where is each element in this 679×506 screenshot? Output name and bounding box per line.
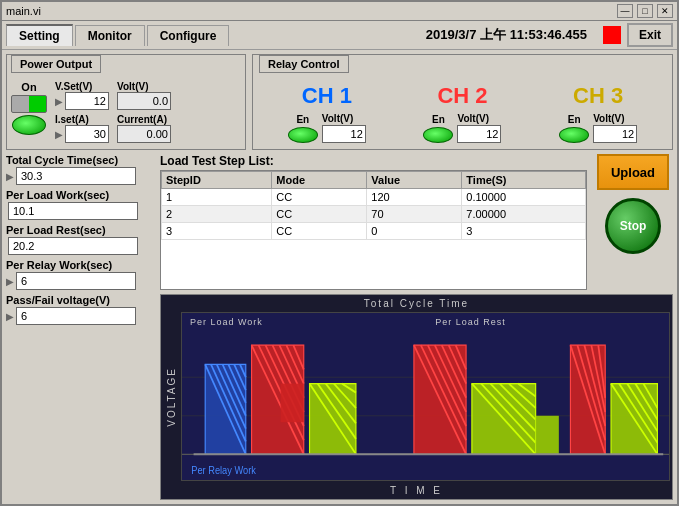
ch2-volt-label: Volt(V) bbox=[457, 113, 488, 124]
per-load-work-group: Per Load Work(sec) bbox=[6, 189, 154, 220]
iset-input[interactable] bbox=[65, 125, 109, 143]
ch3-volt-input[interactable] bbox=[593, 125, 637, 143]
stats-panel: Total Cycle Time(sec) ▶ Per Load Work(se… bbox=[6, 154, 154, 500]
vset-arrow: ▶ bbox=[55, 96, 63, 107]
col-stepid: StepID bbox=[162, 172, 272, 189]
ch-controls-row: En Volt(V) En Volt(V) bbox=[259, 113, 666, 143]
pass-fail-arrow: ▶ bbox=[6, 311, 14, 322]
ch3-volt-label: Volt(V) bbox=[593, 113, 624, 124]
iset-label: I.set(A) bbox=[55, 114, 109, 125]
maximize-button[interactable]: □ bbox=[637, 4, 653, 18]
per-relay-work-input[interactable] bbox=[16, 272, 136, 290]
total-cycle-input[interactable] bbox=[16, 167, 136, 185]
tab-setting[interactable]: Setting bbox=[6, 24, 73, 46]
power-output-panel: Power Output On V.Set(V) ▶ bbox=[6, 54, 246, 150]
on-label: On bbox=[21, 81, 36, 93]
load-test-table: StepID Mode Value Time(S) 1CC1200.100002… bbox=[161, 171, 586, 240]
pass-fail-input[interactable] bbox=[16, 307, 136, 325]
current-label: Current(A) bbox=[117, 114, 171, 125]
ch3-en-group: En bbox=[559, 114, 589, 143]
ch2-label: CH 2 bbox=[437, 83, 487, 109]
volt-display-group: Volt(V) bbox=[117, 81, 171, 110]
ch1-en-label: En bbox=[296, 114, 309, 125]
ch1-volt-label: Volt(V) bbox=[322, 113, 353, 124]
main-window: main.vi — □ ✕ Setting Monitor Configure … bbox=[0, 0, 679, 506]
ch3-volt-group: Volt(V) bbox=[593, 113, 637, 143]
per-load-rest-label: Per Load Rest(sec) bbox=[6, 224, 154, 236]
exit-button[interactable]: Exit bbox=[627, 23, 673, 47]
ch2-volt-input[interactable] bbox=[457, 125, 501, 143]
stop-indicator bbox=[603, 26, 621, 44]
tab-monitor[interactable]: Monitor bbox=[75, 25, 145, 46]
pass-fail-group: Pass/Fail voltage(V) ▶ bbox=[6, 294, 154, 325]
col-value: Value bbox=[367, 172, 462, 189]
minimize-button[interactable]: — bbox=[617, 4, 633, 18]
chart-svg: Per Relay Work bbox=[182, 313, 669, 480]
total-cycle-arrow: ▶ bbox=[6, 171, 14, 182]
iset-arrow: ▶ bbox=[55, 129, 63, 140]
vset-group: V.Set(V) ▶ bbox=[55, 81, 109, 110]
ch3-unit: En Volt(V) bbox=[559, 113, 637, 143]
per-load-work-label: Per Load Work(sec) bbox=[6, 189, 154, 201]
total-cycle-label: Total Cycle Time(sec) bbox=[6, 154, 154, 166]
vset-label: V.Set(V) bbox=[55, 81, 109, 92]
col-time: Time(S) bbox=[462, 172, 586, 189]
power-output-tab: Power Output bbox=[11, 55, 101, 73]
upload-button[interactable]: Upload bbox=[597, 154, 669, 190]
title-bar-controls: — □ ✕ bbox=[617, 4, 673, 18]
tab-configure[interactable]: Configure bbox=[147, 25, 230, 46]
chart-xlabel: T I M E bbox=[161, 483, 672, 499]
per-relay-work-arrow: ▶ bbox=[6, 276, 14, 287]
table-row: 3CC03 bbox=[162, 223, 586, 240]
chart-title: Total Cycle Time bbox=[161, 295, 672, 310]
svg-rect-22 bbox=[281, 384, 304, 423]
per-load-rest-group: Per Load Rest(sec) bbox=[6, 224, 154, 255]
ch1-en-group: En bbox=[288, 114, 318, 143]
total-cycle-input-row: ▶ bbox=[6, 167, 154, 185]
table-row: 1CC1200.10000 bbox=[162, 189, 586, 206]
chart-label-rest: Per Load Rest bbox=[435, 317, 506, 327]
ch1-unit: En Volt(V) bbox=[288, 113, 366, 143]
stop-button[interactable]: Stop bbox=[605, 198, 661, 254]
ch3-led[interactable] bbox=[559, 127, 589, 143]
vset-input[interactable] bbox=[65, 92, 109, 110]
ch1-volt-input[interactable] bbox=[322, 125, 366, 143]
load-test-title: Load Test Step List: bbox=[160, 154, 587, 168]
per-relay-work-group: Per Relay Work(sec) ▶ bbox=[6, 259, 154, 290]
per-load-work-input[interactable] bbox=[8, 202, 138, 220]
ch2-en-label: En bbox=[432, 114, 445, 125]
action-buttons: Upload Stop bbox=[593, 154, 673, 290]
chart-label-work: Per Load Work bbox=[190, 317, 263, 327]
iset-group: I.set(A) ▶ bbox=[55, 114, 109, 143]
pass-fail-input-row: ▶ bbox=[6, 307, 154, 325]
per-relay-work-label: Per Relay Work(sec) bbox=[6, 259, 154, 271]
col-mode: Mode bbox=[272, 172, 367, 189]
ch-labels-row: CH 1 CH 2 CH 3 bbox=[259, 83, 666, 109]
svg-text:Per Relay Work: Per Relay Work bbox=[191, 464, 256, 476]
chart-area: Total Cycle Time VOLTAGE Per Load Work P… bbox=[160, 294, 673, 500]
window-title: main.vi bbox=[6, 5, 41, 17]
svg-rect-47 bbox=[536, 416, 559, 455]
ch1-led[interactable] bbox=[288, 127, 318, 143]
on-toggle[interactable]: On bbox=[11, 81, 47, 135]
per-relay-work-input-row: ▶ bbox=[6, 272, 154, 290]
close-button[interactable]: ✕ bbox=[657, 4, 673, 18]
power-led bbox=[12, 115, 46, 135]
power-switch[interactable] bbox=[11, 95, 47, 113]
per-load-rest-input[interactable] bbox=[8, 237, 138, 255]
pass-fail-label: Pass/Fail voltage(V) bbox=[6, 294, 154, 306]
datetime-display: 2019/3/7 上午 11:53:46.455 bbox=[418, 24, 595, 46]
relay-control-tab: Relay Control bbox=[259, 55, 349, 73]
ch2-volt-group: Volt(V) bbox=[457, 113, 501, 143]
menu-bar: Setting Monitor Configure 2019/3/7 上午 11… bbox=[2, 21, 677, 50]
load-test-table-container[interactable]: StepID Mode Value Time(S) 1CC1200.100002… bbox=[160, 170, 587, 290]
ch1-volt-group: Volt(V) bbox=[322, 113, 366, 143]
per-load-work-input-row bbox=[6, 202, 154, 220]
relay-control-panel: Relay Control CH 1 CH 2 CH 3 En Volt(V) bbox=[252, 54, 673, 150]
ch2-led[interactable] bbox=[423, 127, 453, 143]
ch3-label: CH 3 bbox=[573, 83, 623, 109]
current-display-group: Current(A) bbox=[117, 114, 171, 143]
title-bar: main.vi — □ ✕ bbox=[2, 2, 677, 21]
current-display bbox=[117, 125, 171, 143]
per-load-rest-input-row bbox=[6, 237, 154, 255]
